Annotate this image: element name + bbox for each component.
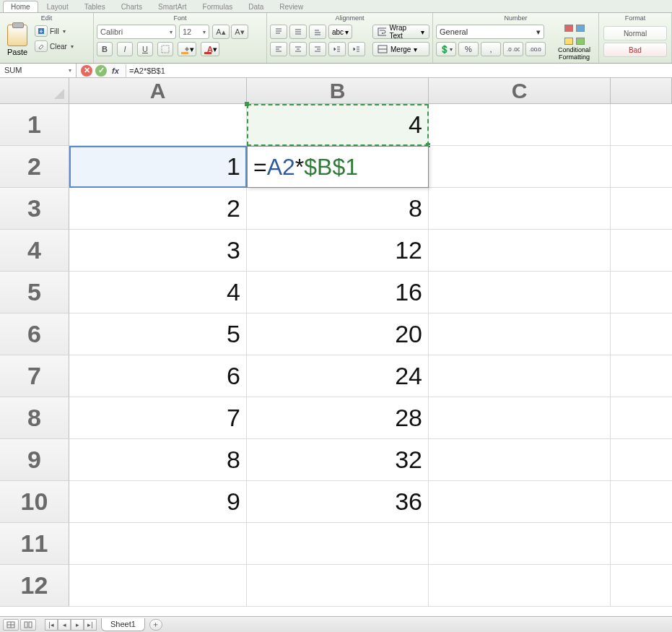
clear-button[interactable]: Clear ▾ — [35, 40, 74, 53]
cell-B10[interactable]: 36 — [247, 481, 429, 523]
column-header-A[interactable]: A — [69, 78, 247, 104]
style-bad[interactable]: Bad — [603, 43, 667, 57]
name-box[interactable]: SUM ▾ — [0, 64, 77, 78]
cell-B12[interactable] — [247, 565, 429, 607]
cell-B8[interactable]: 28 — [247, 397, 429, 439]
row-header-3[interactable]: 3 — [0, 188, 69, 230]
cell-B9[interactable]: 32 — [247, 439, 429, 481]
tab-smartart[interactable]: SmartArt — [151, 1, 193, 12]
cell-C10[interactable] — [429, 481, 611, 523]
cell-blank-r12[interactable] — [611, 565, 672, 607]
cell-C11[interactable] — [429, 523, 611, 565]
align-top-button[interactable] — [270, 25, 287, 39]
conditional-formatting-button[interactable]: Conditional Formatting — [553, 25, 595, 61]
cell-B7[interactable]: 24 — [247, 355, 429, 397]
cell-B3[interactable]: 8 — [247, 188, 429, 230]
merge-button[interactable]: Merge▾ — [372, 42, 429, 56]
tab-home[interactable]: Home — [3, 1, 38, 12]
row-header-7[interactable]: 7 — [0, 355, 69, 397]
align-right-button[interactable] — [309, 42, 326, 56]
cell-blank-r9[interactable] — [611, 439, 672, 481]
tab-formulas[interactable]: Formulas — [196, 1, 240, 12]
cell-A1[interactable] — [69, 104, 247, 146]
cell-C12[interactable] — [429, 565, 611, 607]
cell-A11[interactable] — [69, 523, 247, 565]
cell-blank-r10[interactable] — [611, 481, 672, 523]
align-left-button[interactable] — [270, 42, 287, 56]
cell-C7[interactable] — [429, 355, 611, 397]
cell-blank-r2[interactable] — [611, 146, 672, 188]
cell-blank-r11[interactable] — [611, 523, 672, 565]
cell-A4[interactable]: 3 — [69, 230, 247, 272]
font-color-button[interactable]: A ▾ — [201, 42, 219, 56]
wrap-text-button[interactable]: Wrap Text▾ — [372, 25, 429, 39]
bold-button[interactable]: B — [97, 42, 113, 56]
currency-button[interactable]: 💲▾ — [436, 42, 456, 56]
align-bottom-button[interactable] — [309, 25, 326, 39]
tab-review[interactable]: Review — [272, 1, 310, 12]
row-header-5[interactable]: 5 — [0, 272, 69, 313]
cell-C8[interactable] — [429, 397, 611, 439]
cell-A10[interactable]: 9 — [69, 481, 247, 523]
cell-A7[interactable]: 6 — [69, 355, 247, 397]
font-name-combo[interactable]: Calibri▾ — [97, 25, 176, 39]
cell-A3[interactable]: 2 — [69, 188, 247, 230]
increase-decimal-button[interactable]: .0.00 — [503, 42, 523, 56]
decrease-indent-button[interactable] — [328, 42, 346, 56]
cell-blank-r3[interactable] — [611, 188, 672, 230]
cell-A6[interactable]: 5 — [69, 313, 247, 355]
number-format-combo[interactable]: General▾ — [436, 25, 544, 39]
italic-button[interactable]: I — [117, 42, 133, 56]
font-size-combo[interactable]: 12▾ — [179, 25, 209, 39]
cell-blank-r7[interactable] — [611, 355, 672, 397]
cell-B2[interactable]: =A2*$B$1 — [247, 146, 429, 188]
row-header-4[interactable]: 4 — [0, 230, 69, 272]
fill-color-button[interactable]: ▾ — [178, 42, 196, 56]
cell-C6[interactable] — [429, 313, 611, 355]
cell-blank-r1[interactable] — [611, 104, 672, 146]
increase-font-button[interactable]: A▴ — [212, 25, 230, 39]
align-center-button[interactable] — [289, 42, 307, 56]
last-sheet-button[interactable]: ▸| — [84, 619, 97, 631]
add-sheet-button[interactable]: ＋ — [149, 619, 162, 631]
row-header-1[interactable]: 1 — [0, 104, 69, 146]
normal-view-button[interactable] — [3, 619, 19, 631]
cell-B5[interactable]: 16 — [247, 272, 429, 313]
row-header-12[interactable]: 12 — [0, 565, 69, 607]
row-header-8[interactable]: 8 — [0, 397, 69, 439]
row-header-2[interactable]: 2 — [0, 146, 69, 188]
cell-C2[interactable] — [429, 146, 611, 188]
column-header-C[interactable]: C — [429, 78, 611, 104]
column-header-blank[interactable] — [611, 78, 672, 104]
tab-layout[interactable]: Layout — [40, 1, 76, 12]
cell-A5[interactable]: 4 — [69, 272, 247, 313]
select-all-corner[interactable] — [0, 78, 69, 104]
paste-button[interactable]: Paste — [3, 25, 32, 56]
cell-B4[interactable]: 12 — [247, 230, 429, 272]
spreadsheet-grid[interactable]: ABC 123456789101112 41=A2*$B$12831241652… — [0, 78, 672, 608]
cell-blank-r5[interactable] — [611, 272, 672, 313]
borders-button[interactable] — [157, 42, 173, 56]
cancel-formula-button[interactable]: ✕ — [81, 65, 92, 77]
percent-button[interactable]: % — [458, 42, 479, 56]
increase-indent-button[interactable] — [348, 42, 365, 56]
cell-C4[interactable] — [429, 230, 611, 272]
sheet-tab[interactable]: Sheet1 — [101, 618, 145, 631]
underline-button[interactable]: U — [137, 42, 153, 56]
tab-charts[interactable]: Charts — [114, 1, 149, 12]
cell-B1[interactable]: 4 — [247, 104, 429, 146]
cell-C1[interactable] — [429, 104, 611, 146]
tab-tables[interactable]: Tables — [77, 1, 113, 12]
cell-B11[interactable] — [247, 523, 429, 565]
formula-input[interactable] — [126, 64, 672, 77]
cell-A9[interactable]: 8 — [69, 439, 247, 481]
row-header-9[interactable]: 9 — [0, 439, 69, 481]
page-layout-view-button[interactable] — [20, 619, 36, 631]
cell-C3[interactable] — [429, 188, 611, 230]
column-header-B[interactable]: B — [247, 78, 429, 104]
cell-C9[interactable] — [429, 439, 611, 481]
cell-B6[interactable]: 20 — [247, 313, 429, 355]
next-sheet-button[interactable]: ▸ — [71, 619, 84, 631]
row-header-10[interactable]: 10 — [0, 481, 69, 523]
decrease-decimal-button[interactable]: .00.0 — [525, 42, 546, 56]
